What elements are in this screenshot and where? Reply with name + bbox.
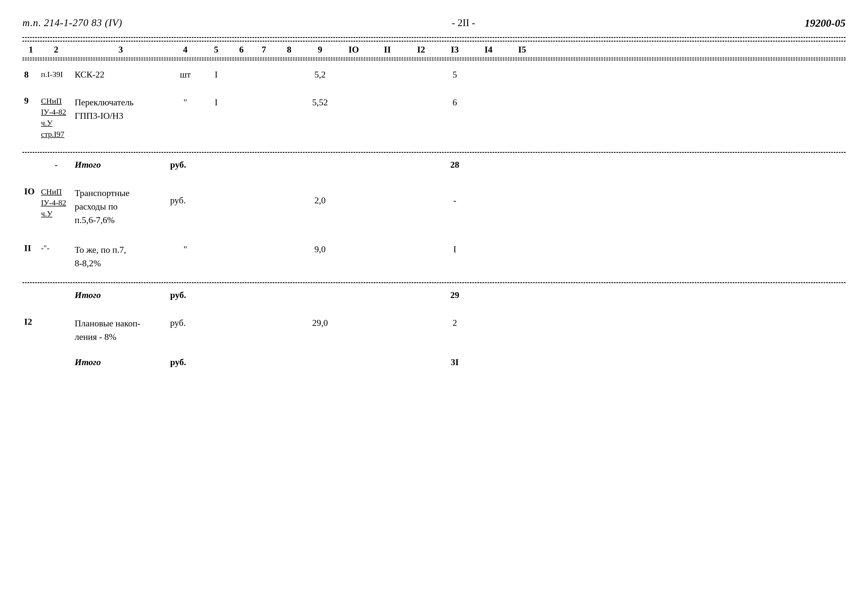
col-header-5: 5 [202, 44, 230, 55]
table: 1 2 3 4 5 6 7 8 9 IO II I2 I3 I4 I5 8 п.… [22, 41, 846, 371]
row-col13-12: 2 [438, 317, 472, 328]
row-desc-11: То же, по п.7,8-8,2% [73, 243, 168, 270]
table-row: 9 СНиПIУ-4-82ч.Устр.I97 ПереключательГПП… [22, 92, 846, 144]
row-ref-9: СНиПIУ-4-82ч.Устр.I97 [39, 96, 73, 140]
subtotal-row-2: Итого руб. 29 [22, 286, 846, 304]
sub1-unit: руб. [168, 160, 202, 170]
fsub-col13: 3I [438, 357, 472, 367]
col-header-9: 9 [303, 44, 337, 55]
row-num-8: 8 [22, 70, 39, 80]
col-header-12: I2 [404, 44, 438, 55]
fsub-unit: руб. [168, 357, 202, 367]
row-desc-10: Транспортныерасходы поп.5,6-7,6% [73, 186, 168, 227]
subtotal-divider-1 [22, 152, 846, 153]
row-desc-8: КСК-22 [73, 70, 168, 80]
table-row: 8 п.I-39I КСК-22 шт I 5,2 5 [22, 65, 846, 84]
page: т.п. 214-1-270 83 (IV) - 2II - 19200-05 … [0, 0, 868, 589]
row-unit-8: шт [168, 70, 202, 80]
row-num-9: 9 [22, 96, 39, 106]
sub2-col13: 29 [438, 290, 472, 300]
row-unit-11: " [168, 243, 202, 255]
sub1-dash: - [39, 160, 73, 170]
row-col9-8: 5,2 [303, 70, 337, 80]
sub2-label: Итого [73, 290, 168, 300]
row-desc-12: Плановые накоп-ления - 8% [73, 317, 168, 343]
row-col9-12: 29,0 [303, 317, 337, 328]
row-col9-11: 9,0 [303, 243, 337, 255]
row-desc-9: ПереключательГПП3-IO/Н3 [73, 96, 168, 123]
table-row: IO СНиПIУ-4-82ч.У Транспортныерасходы по… [22, 182, 846, 231]
row-col13-10: - [438, 186, 472, 206]
col-header-14: I4 [472, 44, 505, 55]
row-ref-8: п.I-39I [39, 70, 73, 80]
col-header-1: 1 [22, 44, 39, 55]
page-subtitle: - 2II - [452, 17, 475, 29]
final-subtotal-row: Итого руб. 3I [22, 353, 846, 371]
row-unit-12: руб. [168, 317, 202, 328]
row-col13-11: I [438, 243, 472, 255]
doc-number: 19200-05 [805, 17, 846, 29]
row-num-11: II [22, 243, 39, 253]
sub1-label: Итого [73, 160, 168, 170]
table-row: II -"- То же, по п.7,8-8,2% " 9,0 I [22, 239, 846, 274]
col-header-11: II [371, 44, 404, 55]
row-num-10: IO [22, 186, 39, 197]
col-header-4: 4 [168, 44, 202, 55]
row-unit-10: руб. [168, 186, 202, 206]
row-col5-9: I [202, 96, 230, 108]
doc-title: т.п. 214-1-270 83 (IV) [22, 17, 122, 29]
col-header-7: 7 [252, 44, 275, 55]
sub1-col13: 28 [438, 160, 472, 170]
header: т.п. 214-1-270 83 (IV) - 2II - 19200-05 [22, 17, 846, 31]
row-unit-9: " [168, 96, 202, 108]
col-header-8: 8 [275, 44, 303, 55]
row-col13-8: 5 [438, 70, 472, 80]
col-header-15: I5 [505, 44, 539, 55]
sub2-unit: руб. [168, 290, 202, 300]
row-col13-9: 6 [438, 96, 472, 108]
col-header-10: IO [337, 44, 371, 55]
col-header-6: 6 [230, 44, 252, 55]
table-row: I2 Плановые накоп-ления - 8% руб. 29,0 2 [22, 312, 846, 348]
column-headers: 1 2 3 4 5 6 7 8 9 IO II I2 I3 I4 I5 [22, 41, 846, 58]
row-num-12: I2 [22, 317, 39, 327]
col-header-2: 2 [39, 44, 73, 55]
row-ref-10: СНиПIУ-4-82ч.У [39, 186, 73, 219]
row-ref-11: -"- [39, 243, 73, 253]
fsub-label: Итого [73, 357, 168, 367]
row-col9-9: 5,52 [303, 96, 337, 108]
row-col9-10: 2,0 [303, 186, 337, 206]
col-header-13: I3 [438, 44, 472, 55]
top-divider [22, 37, 846, 38]
subtotal-row-1: - Итого руб. 28 [22, 155, 846, 174]
row-col5-8: I [202, 70, 230, 80]
header-separator [22, 59, 846, 61]
col-header-3: 3 [73, 44, 168, 55]
subtotal-divider-2 [22, 282, 846, 283]
